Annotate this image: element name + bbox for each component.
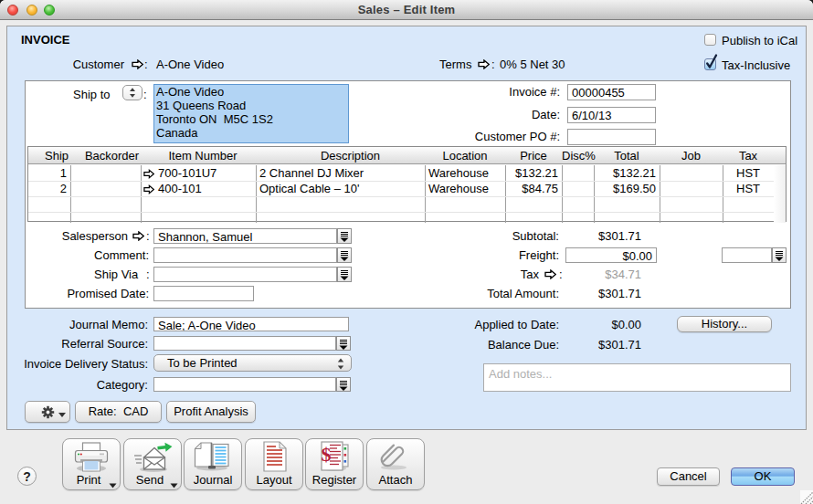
svg-text:$: $ [322,443,332,466]
